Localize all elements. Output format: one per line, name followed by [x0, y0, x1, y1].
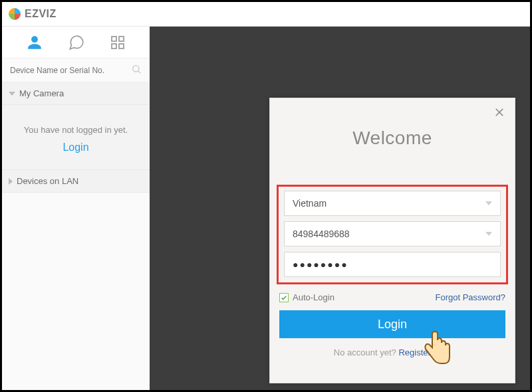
options-row: Auto-Login Forgot Password?	[277, 292, 508, 302]
register-link[interactable]: Register	[398, 347, 430, 357]
region-value: Vietnam	[293, 198, 485, 209]
group-devices-lan-label: Devices on LAN	[17, 176, 78, 186]
title-bar: EZVIZ	[2, 2, 530, 26]
password-field[interactable]: ●●●●●●●●	[284, 252, 501, 277]
region-select[interactable]: Vietnam	[284, 191, 501, 216]
not-logged-msg: You have not logged in yet.	[9, 125, 143, 135]
svg-rect-3	[119, 44, 124, 49]
grid-icon	[110, 35, 126, 50]
auto-login-checkbox[interactable]: Auto-Login	[279, 292, 334, 302]
forgot-password-link[interactable]: Forgot Password?	[436, 292, 506, 302]
password-value: ●●●●●●●●	[293, 259, 348, 270]
sidebar-login-link[interactable]: Login	[9, 142, 143, 153]
login-button-label: Login	[378, 318, 407, 332]
chat-icon	[68, 34, 85, 51]
auto-login-label: Auto-Login	[293, 292, 334, 302]
close-icon	[493, 106, 505, 118]
person-icon	[26, 34, 43, 51]
chevron-down-icon	[485, 232, 492, 236]
tab-grid[interactable]	[110, 35, 126, 50]
svg-line-5	[138, 71, 140, 73]
register-suffix: now.	[431, 347, 451, 357]
brand-name: EZVIZ	[23, 8, 57, 20]
account-value: 84984489688	[293, 229, 485, 239]
close-button[interactable]	[493, 106, 505, 121]
device-search[interactable]	[2, 58, 150, 82]
tab-messages[interactable]	[68, 34, 85, 51]
login-form: Vietnam 84984489688 ●●●●●●●●	[277, 185, 508, 357]
sidebar-tabs	[2, 27, 150, 58]
svg-point-4	[133, 65, 139, 71]
sidebar-empty	[2, 193, 150, 390]
register-line: No account yet? Register now.	[277, 347, 508, 357]
tab-account[interactable]	[26, 34, 43, 51]
login-button[interactable]: Login	[279, 310, 505, 338]
svg-rect-2	[112, 44, 116, 49]
app-window: EZVIZ	[0, 0, 532, 392]
content-area: Welcome Vietnam 84984489688 ●●●●●●●●	[150, 27, 530, 390]
chevron-down-icon	[485, 201, 492, 205]
login-dialog: Welcome Vietnam 84984489688 ●●●●●●●●	[269, 98, 515, 383]
group-my-camera-label: My Camera	[19, 88, 64, 98]
svg-rect-0	[112, 37, 116, 41]
highlight-box: Vietnam 84984489688 ●●●●●●●●	[277, 185, 508, 284]
sidebar: My Camera You have not logged in yet. Lo…	[2, 27, 150, 390]
register-prefix: No account yet?	[334, 347, 399, 357]
checkbox-icon	[279, 293, 289, 302]
search-input[interactable]	[10, 66, 131, 75]
svg-rect-1	[119, 37, 124, 41]
group-devices-lan[interactable]: Devices on LAN	[2, 170, 150, 193]
chevron-down-icon	[9, 92, 15, 96]
group-my-camera[interactable]: My Camera	[2, 82, 150, 105]
login-required-box: You have not logged in yet. Login	[2, 105, 150, 170]
chevron-right-icon	[9, 178, 13, 185]
brand-logo-icon	[9, 8, 21, 20]
dialog-title: Welcome	[270, 128, 515, 149]
account-select[interactable]: 84984489688	[284, 221, 501, 246]
search-icon[interactable]	[131, 64, 142, 77]
